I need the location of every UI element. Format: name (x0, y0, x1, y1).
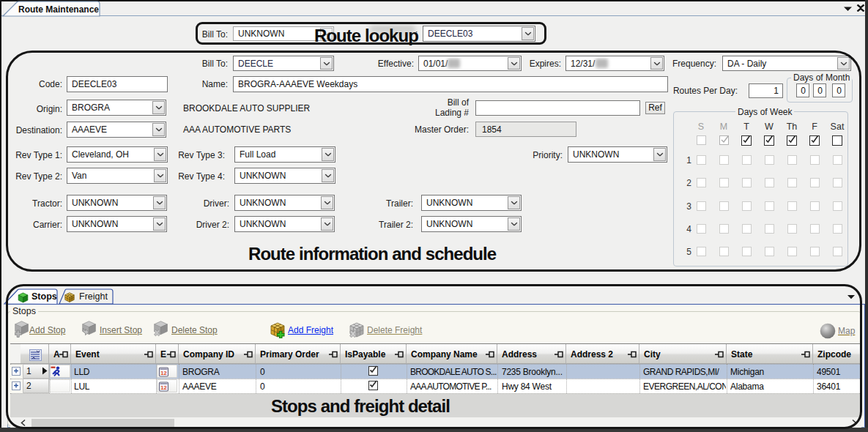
svg-text:12: 12 (160, 370, 166, 376)
svg-text:12: 12 (160, 384, 166, 391)
